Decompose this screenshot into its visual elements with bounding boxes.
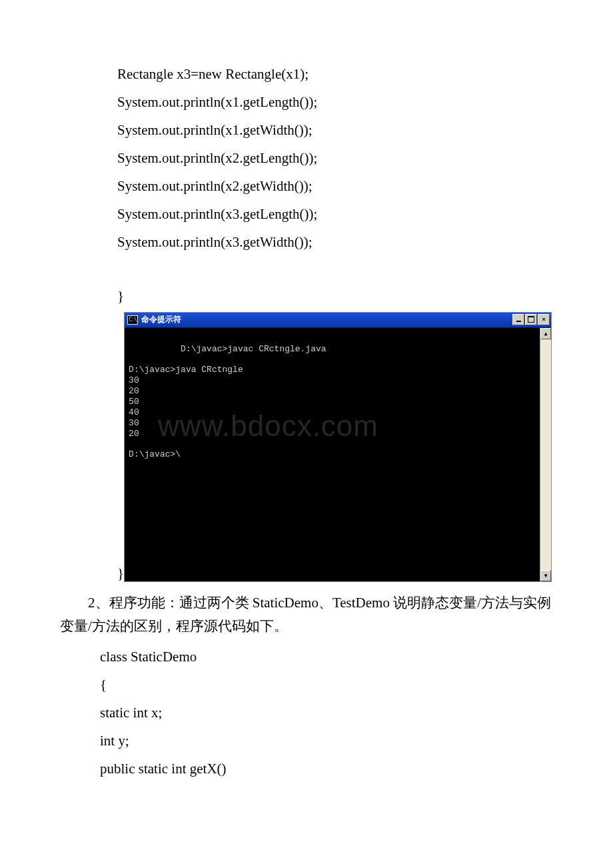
terminal-row: } C:\ 命令提示符 × D:\javac>javac CRctngle.ja… — [117, 312, 553, 582]
window-buttons: × — [512, 314, 550, 325]
code-line: static int x; — [100, 699, 553, 727]
code-line: System.out.println(x1.getLength()); — [117, 88, 553, 116]
scroll-down-button[interactable]: ▼ — [540, 570, 551, 581]
code-line: int y; — [100, 727, 553, 755]
terminal-body-wrap: D:\javac>javac CRctngle.java D:\javac>ja… — [125, 328, 551, 581]
paragraph-text: 2、程序功能：通过两个类 StaticDemo、TestDemo 说明静态变量/… — [60, 591, 553, 639]
code-line: class StaticDemo — [100, 643, 553, 671]
terminal-title: 命令提示符 — [141, 314, 181, 325]
code-line: public static int getX() — [100, 755, 553, 783]
terminal-text: D:\javac>javac CRctngle.java D:\javac>ja… — [129, 344, 326, 460]
terminal-output: D:\javac>javac CRctngle.java D:\javac>ja… — [125, 328, 540, 581]
watermark-text: www.bdocx.com — [158, 408, 378, 444]
closing-brace: } — [117, 567, 124, 582]
code-line: System.out.println(x2.getLength()); — [117, 144, 553, 172]
terminal-scrollbar[interactable]: ▲ ▼ — [540, 328, 551, 581]
closing-brace: } — [117, 284, 553, 309]
document-page: Rectangle x3=new Rectangle(x1); System.o… — [0, 0, 613, 809]
scroll-track[interactable] — [540, 339, 551, 570]
blank-line — [60, 256, 553, 284]
code-line: System.out.println(x3.getWidth()); — [117, 228, 553, 256]
close-button[interactable]: × — [538, 314, 550, 325]
code-line: System.out.println(x1.getWidth()); — [117, 116, 553, 144]
terminal-titlebar: C:\ 命令提示符 × — [125, 313, 551, 328]
code-line: Rectangle x3=new Rectangle(x1); — [117, 60, 553, 88]
code-line: System.out.println(x2.getWidth()); — [117, 172, 553, 200]
code-line: System.out.println(x3.getLength()); — [117, 200, 553, 228]
scroll-up-button[interactable]: ▲ — [540, 328, 551, 339]
cmd-icon: C:\ — [127, 315, 138, 325]
code-line: { — [100, 671, 553, 699]
minimize-button[interactable] — [512, 314, 524, 325]
maximize-button[interactable] — [525, 314, 537, 325]
terminal-window: C:\ 命令提示符 × D:\javac>javac CRctngle.java… — [124, 312, 552, 582]
